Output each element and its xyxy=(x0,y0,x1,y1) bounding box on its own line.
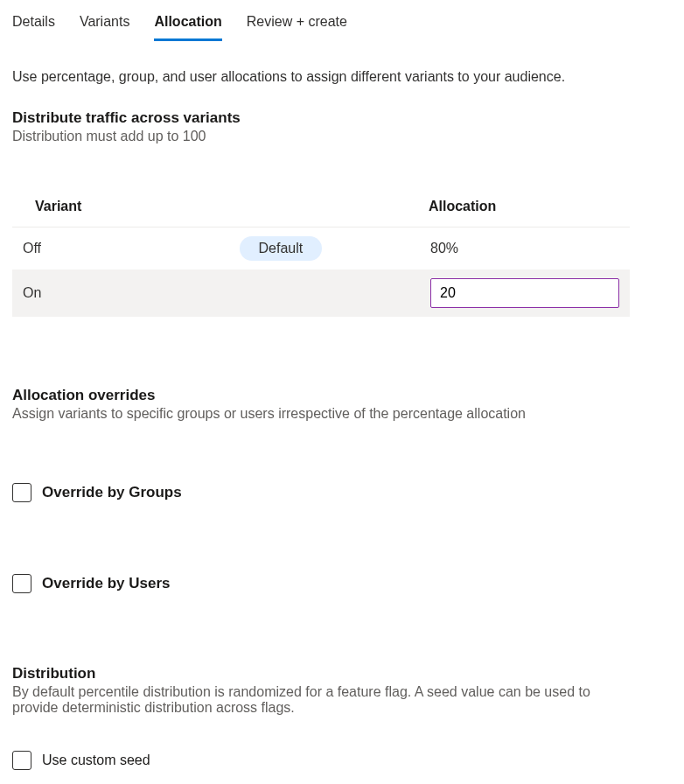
variant-name-cell: On xyxy=(12,270,229,317)
distribute-subtitle: Distribution must add up to 100 xyxy=(12,129,672,144)
override-groups-checkbox[interactable] xyxy=(12,483,31,502)
distribution-title: Distribution xyxy=(12,665,672,682)
override-groups-label: Override by Groups xyxy=(42,484,182,501)
col-header-allocation: Allocation xyxy=(420,186,630,228)
tab-allocation[interactable]: Allocation xyxy=(154,7,221,41)
overrides-subtitle: Assign variants to specific groups or us… xyxy=(12,406,625,422)
variant-name-cell: Off xyxy=(12,228,229,270)
intro-text: Use percentage, group, and user allocati… xyxy=(12,69,672,85)
override-users-label: Override by Users xyxy=(42,575,170,592)
custom-seed-row: Use custom seed xyxy=(12,751,672,770)
distribute-title: Distribute traffic across variants xyxy=(12,109,672,127)
content-area: Use percentage, group, and user allocati… xyxy=(0,41,684,784)
tab-variants[interactable]: Variants xyxy=(80,7,130,41)
override-users-row: Override by Users xyxy=(12,574,672,593)
variant-default-cell: Default xyxy=(229,228,420,270)
allocation-input-cell xyxy=(420,270,630,317)
custom-seed-label: Use custom seed xyxy=(42,752,150,768)
allocation-input[interactable] xyxy=(430,278,619,308)
col-header-variant: Variant xyxy=(12,186,229,228)
table-row: On xyxy=(12,270,630,317)
tab-details[interactable]: Details xyxy=(12,7,55,41)
default-badge: Default xyxy=(240,236,323,261)
override-groups-row: Override by Groups xyxy=(12,483,672,502)
tab-review-create[interactable]: Review + create xyxy=(247,7,347,41)
allocation-display-cell: 80% xyxy=(420,228,630,270)
variant-table: Variant Allocation Off Default 80% On xyxy=(12,186,630,317)
override-users-checkbox[interactable] xyxy=(12,574,31,593)
overrides-title: Allocation overrides xyxy=(12,387,672,404)
tab-bar: Details Variants Allocation Review + cre… xyxy=(0,0,684,41)
col-header-default xyxy=(229,186,420,228)
table-row: Off Default 80% xyxy=(12,228,630,270)
distribution-subtitle: By default percentile distribution is ra… xyxy=(12,684,625,716)
custom-seed-checkbox[interactable] xyxy=(12,751,31,770)
variant-default-cell xyxy=(229,270,420,317)
